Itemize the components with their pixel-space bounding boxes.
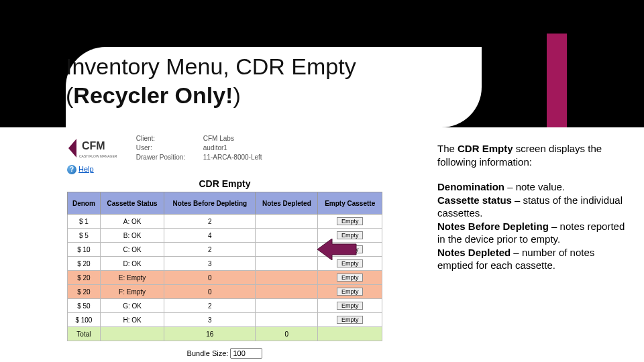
cell-before: 0 — [164, 271, 256, 285]
cell-status: D: OK — [100, 257, 164, 271]
col-notes-depleted: Notes Depleted — [256, 192, 318, 215]
kv-client-val: CFM Labs — [203, 135, 234, 142]
cell-empty: Empty — [318, 313, 382, 327]
intro-paragraph: The CDR Empty screen displays the follow… — [437, 142, 625, 168]
empty-row-button[interactable]: Empty — [337, 302, 364, 310]
cell-empty: Empty — [318, 243, 382, 257]
empty-row-button[interactable]: Empty — [337, 259, 364, 267]
empty-row-button[interactable]: Empty — [337, 245, 364, 253]
cell-status: F: Empty — [100, 285, 164, 299]
cell-depleted — [256, 229, 318, 243]
intro-bold: CDR Empty — [458, 143, 513, 154]
cell-depleted — [256, 271, 318, 285]
table-row: $ 100H: OK3Empty — [68, 313, 382, 327]
kv-drawer-key: Drawer Position: — [136, 153, 203, 162]
cell-empty: Empty — [318, 229, 382, 243]
bundle-size-input[interactable] — [230, 348, 262, 359]
help-icon[interactable]: ? — [67, 165, 76, 174]
cell-depleted — [256, 313, 318, 327]
cell-before: 3 — [164, 313, 256, 327]
cell-denom: $ 20 — [68, 271, 101, 285]
def-label: Notes Before Depleting — [437, 221, 549, 232]
svg-text:CFM: CFM — [82, 140, 105, 152]
kv-client-key: Client: — [136, 134, 203, 143]
table-row: $ 5B: OK4Empty — [68, 229, 382, 243]
cdr-empty-table: Denom Cassette Status Notes Before Deple… — [67, 192, 382, 341]
cell-depleted — [256, 257, 318, 271]
table-row: $ 20F: Empty0Empty — [68, 285, 382, 299]
cell-status: G: OK — [100, 299, 164, 313]
empty-row-button[interactable]: Empty — [337, 288, 364, 296]
title-bold: Recycler Only! — [73, 82, 233, 108]
col-empty-cassette: Empty Cassette — [318, 192, 382, 215]
total-cell: 16 — [164, 327, 256, 341]
cell-status: B: OK — [100, 229, 164, 243]
empty-row-button[interactable]: Empty — [337, 316, 364, 324]
cell-empty: Empty — [318, 215, 382, 229]
logo-caption: CASH FLOW MANAGER — [79, 154, 117, 158]
total-cell — [100, 327, 164, 341]
table-row: $ 20D: OK3Empty — [68, 257, 382, 271]
col-cassette-status: Cassette Status — [100, 192, 164, 215]
cell-status: C: OK — [100, 243, 164, 257]
cell-denom: $ 50 — [68, 299, 101, 313]
col-denom: Denom — [68, 192, 101, 215]
kv-user-key: User: — [136, 143, 203, 153]
empty-row-button[interactable]: Empty — [337, 231, 364, 239]
table-title: CDR Empty — [67, 178, 382, 189]
title-suffix: ) — [233, 82, 240, 108]
cell-depleted — [256, 215, 318, 229]
table-row: $ 1A: OK2Empty — [68, 215, 382, 229]
empty-row-button[interactable]: Empty — [337, 217, 364, 225]
cell-before: 2 — [164, 215, 256, 229]
cell-before: 0 — [164, 285, 256, 299]
cell-depleted — [256, 243, 318, 257]
cell-before: 4 — [164, 229, 256, 243]
cfm-logo: CFM CASH FLOW MANAGER — [67, 136, 126, 160]
cell-before: 2 — [164, 299, 256, 313]
cell-before: 2 — [164, 243, 256, 257]
intro-a: The — [437, 143, 458, 154]
cell-empty: Empty — [318, 299, 382, 313]
kv-drawer-val: 11-ARCA-8000-Left — [203, 154, 262, 161]
app-screenshot: CFM CASH FLOW MANAGER Client:CFM Labs Us… — [67, 134, 382, 362]
total-cell — [318, 327, 382, 341]
bundle-label: Bundle Size: — [187, 349, 229, 357]
table-total-row: Total160 — [68, 327, 382, 341]
cell-status: E: Empty — [100, 271, 164, 285]
cell-empty: Empty — [318, 257, 382, 271]
slide-title: Inventory Menu, CDR Empty (Recycler Only… — [66, 52, 455, 109]
table-row: $ 20E: Empty0Empty — [68, 271, 382, 285]
cell-denom: $ 1 — [68, 215, 101, 229]
cell-denom: $ 100 — [68, 313, 101, 327]
col-notes-before: Notes Before Depleting — [164, 192, 256, 215]
total-cell: 0 — [256, 327, 318, 341]
cell-empty: Empty — [318, 285, 382, 299]
empty-row-button[interactable]: Empty — [337, 274, 364, 282]
cell-denom: $ 10 — [68, 243, 101, 257]
cell-status: A: OK — [100, 215, 164, 229]
table-row: $ 50G: OK2Empty — [68, 299, 382, 313]
def-label: Notes Depleted — [437, 247, 511, 258]
cell-denom: $ 20 — [68, 285, 101, 299]
table-row: $ 10C: OK2Empty — [68, 243, 382, 257]
cell-before: 3 — [164, 257, 256, 271]
app-header-kv: Client:CFM Labs User:auditor1 Drawer Pos… — [136, 134, 262, 162]
def-label: Cassette status — [437, 194, 512, 206]
cell-denom: $ 20 — [68, 257, 101, 271]
def-label: Denomination — [437, 181, 504, 192]
cell-depleted — [256, 299, 318, 313]
cell-status: H: OK — [100, 313, 164, 327]
def-body: – note value. — [504, 181, 565, 192]
cell-empty: Empty — [318, 271, 382, 285]
kv-user-val: auditor1 — [203, 144, 227, 152]
help-link[interactable]: Help — [78, 165, 94, 173]
accent-tab — [547, 34, 567, 127]
cell-denom: $ 5 — [68, 229, 101, 243]
cell-depleted — [256, 285, 318, 299]
explanation-text: The CDR Empty screen displays the follow… — [437, 142, 625, 284]
definitions-paragraph: Denomination – note value.Cassette statu… — [437, 180, 625, 272]
app-header: CFM CASH FLOW MANAGER Client:CFM Labs Us… — [67, 134, 382, 162]
total-cell: Total — [68, 327, 101, 341]
